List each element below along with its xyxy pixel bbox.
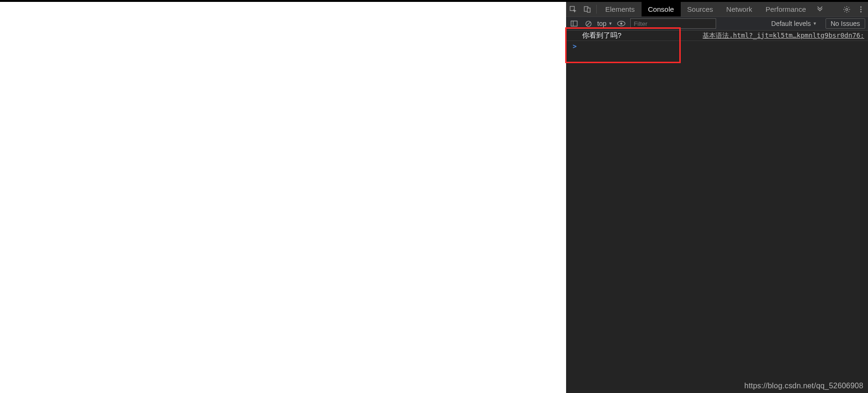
issues-button[interactable]: No Issues	[826, 18, 865, 29]
dropdown-icon: ▼	[813, 21, 817, 26]
svg-rect-7	[571, 21, 577, 26]
main-area: Elements Console Sources Network Perform…	[0, 2, 868, 393]
tab-sources[interactable]: Sources	[681, 2, 720, 16]
clear-console-icon[interactable]	[583, 18, 593, 29]
tab-performance[interactable]: Performance	[759, 2, 813, 16]
inspect-icon[interactable]	[566, 2, 580, 16]
devtools-panel: Elements Console Sources Network Perform…	[566, 2, 868, 393]
svg-point-12	[620, 23, 623, 25]
console-output: 你看到了吗? 基本语法.html?_ijt=kl5tm…kpmnltg9bsr0…	[566, 31, 868, 393]
prompt-chevron-icon: >	[573, 42, 576, 50]
filter-input[interactable]	[630, 18, 716, 29]
log-source-link[interactable]: 基本语法.html?_ijt=kl5tm…kpmnltg9bsr0dn76:	[702, 32, 864, 40]
context-label: top	[597, 20, 606, 27]
svg-line-10	[586, 22, 590, 25]
tab-console[interactable]: Console	[642, 2, 681, 16]
sidebar-toggle-icon[interactable]	[569, 18, 579, 29]
levels-label: Default levels	[771, 20, 811, 27]
tab-elements[interactable]: Elements	[599, 2, 642, 16]
svg-point-4	[860, 6, 862, 8]
console-log-row: 你看到了吗? 基本语法.html?_ijt=kl5tm…kpmnltg9bsr0…	[566, 31, 868, 41]
svg-point-3	[846, 8, 848, 10]
tab-network[interactable]: Network	[720, 2, 759, 16]
execution-context[interactable]: top ▼	[597, 20, 612, 27]
svg-point-6	[860, 11, 862, 12]
tab-separator	[596, 5, 597, 14]
log-message: 你看到了吗?	[582, 31, 621, 40]
log-levels[interactable]: Default levels ▼	[771, 20, 817, 27]
settings-icon[interactable]	[840, 2, 854, 16]
rendered-page	[0, 2, 566, 393]
console-prompt[interactable]: >	[566, 41, 868, 51]
live-expression-icon[interactable]	[616, 18, 626, 29]
svg-rect-2	[587, 8, 590, 12]
dropdown-icon: ▼	[608, 21, 612, 26]
devtools-tabs: Elements Console Sources Network Perform…	[566, 2, 868, 17]
svg-point-5	[860, 8, 862, 10]
more-options-icon[interactable]	[854, 2, 868, 16]
more-tabs-icon[interactable]	[813, 2, 827, 16]
console-toolbar: top ▼ Default levels ▼ No Issues	[566, 17, 868, 31]
device-toggle-icon[interactable]	[580, 2, 594, 16]
